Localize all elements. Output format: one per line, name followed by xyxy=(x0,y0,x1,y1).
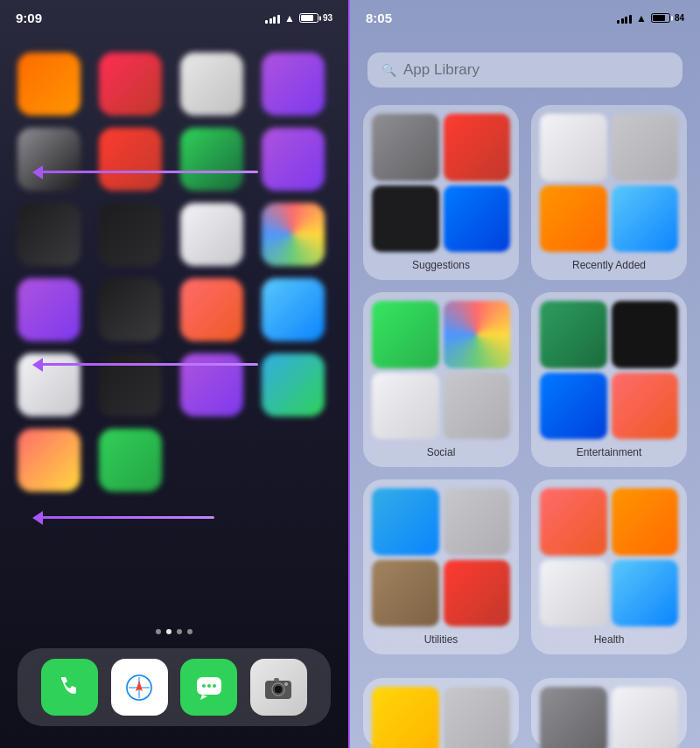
folder-utilities[interactable]: Utilities xyxy=(363,479,519,654)
folder-icon-22 xyxy=(612,488,679,556)
folder-icon-15 xyxy=(540,373,607,440)
dot-1 xyxy=(156,629,161,634)
svg-point-14 xyxy=(284,682,288,686)
app-icon-5 xyxy=(18,128,80,191)
app-library-grid: Suggestions Recently Added Social xyxy=(363,105,687,654)
app-icon-8 xyxy=(262,128,325,191)
folder-icon-21 xyxy=(540,488,607,556)
folder-icon-9 xyxy=(372,301,439,368)
dot-3 xyxy=(177,629,182,634)
app-icon-20 xyxy=(262,353,325,416)
folder-entertainment-label: Entertainment xyxy=(540,446,678,458)
folder-suggestions[interactable]: Suggestions xyxy=(363,105,519,280)
folder-icon-4 xyxy=(444,185,511,253)
folder-icon-10 xyxy=(444,301,511,368)
app-icon-7 xyxy=(180,128,243,191)
folder-icon-14 xyxy=(612,301,679,368)
safari-svg xyxy=(123,672,155,703)
left-panel: 9:09 ▲ 93 xyxy=(0,0,350,748)
partial-icon-6 xyxy=(612,687,679,748)
app-icon-6 xyxy=(99,128,162,191)
arrow-3 xyxy=(39,516,214,519)
folder-suggestions-icons xyxy=(372,114,510,252)
folder-icon-2 xyxy=(444,114,511,181)
app-icon-12 xyxy=(262,203,325,266)
left-status-icons: ▲ 93 xyxy=(265,12,332,24)
folder-entertainment-icons xyxy=(540,301,678,439)
signal-icon xyxy=(265,13,280,24)
folder-social[interactable]: Social xyxy=(363,292,519,467)
camera-svg xyxy=(262,672,294,703)
folder-icon-18 xyxy=(444,488,511,556)
status-bar-right: 8:05 ▲ 84 xyxy=(350,10,700,25)
search-icon: 🔍 xyxy=(382,63,396,77)
app-icon-15 xyxy=(180,278,243,341)
app-icon-21 xyxy=(18,429,80,492)
dot-2 xyxy=(166,629,172,634)
partial-icon-5 xyxy=(540,687,607,748)
svg-point-7 xyxy=(202,684,206,688)
folder-health[interactable]: Health xyxy=(531,479,687,654)
wifi-icon: ▲ xyxy=(284,12,295,24)
app-icon-3 xyxy=(180,52,243,115)
dock-safari-icon[interactable] xyxy=(111,659,168,716)
folder-icon-19 xyxy=(372,560,439,627)
right-time: 8:05 xyxy=(366,10,392,25)
folder-icon-23 xyxy=(540,560,607,627)
app-icon-2 xyxy=(99,52,162,115)
folder-icon-1 xyxy=(372,114,439,181)
dock-messages-icon[interactable] xyxy=(180,659,237,716)
folder-entertainment[interactable]: Entertainment xyxy=(531,292,687,467)
dock-phone-icon[interactable] xyxy=(41,659,98,716)
folder-icon-3 xyxy=(372,185,439,253)
arrow-1 xyxy=(39,171,258,173)
folder-social-icons xyxy=(372,301,510,439)
folder-icon-16 xyxy=(612,373,679,440)
messages-svg xyxy=(193,672,225,703)
partial-card-2[interactable] xyxy=(531,678,687,748)
status-bar-left: 9:09 ▲ 93 xyxy=(0,10,348,25)
right-battery-text: 84 xyxy=(675,13,684,23)
folder-social-label: Social xyxy=(372,446,510,458)
search-bar[interactable]: 🔍 App Library xyxy=(368,52,682,87)
partial-icon-2 xyxy=(444,687,511,748)
folder-recently-added-icons xyxy=(540,114,678,252)
app-icon-14 xyxy=(99,278,162,341)
folder-icon-24 xyxy=(612,560,679,627)
app-icon-4 xyxy=(262,52,325,115)
battery-icon xyxy=(299,13,318,23)
left-battery-text: 93 xyxy=(323,13,332,23)
partial-icon-1 xyxy=(372,687,439,748)
folder-health-label: Health xyxy=(540,633,678,646)
right-battery-icon xyxy=(651,13,670,23)
folder-icon-17 xyxy=(372,488,439,556)
svg-point-9 xyxy=(213,684,216,688)
app-icon-13 xyxy=(18,278,80,341)
left-time: 9:09 xyxy=(16,10,42,25)
right-signal-icon xyxy=(617,13,632,24)
app-icon-11 xyxy=(180,203,243,266)
dock xyxy=(18,648,331,726)
dock-camera-icon[interactable] xyxy=(250,659,307,716)
folder-recently-added[interactable]: Recently Added xyxy=(531,105,687,280)
folder-recently-added-label: Recently Added xyxy=(540,259,678,271)
partial-card-1[interactable] xyxy=(363,678,519,748)
app-icon-1 xyxy=(18,52,80,115)
folder-icon-5 xyxy=(540,114,607,181)
svg-point-8 xyxy=(207,684,211,688)
left-app-grid xyxy=(18,52,331,492)
page-dots xyxy=(156,629,192,634)
folder-icon-8 xyxy=(612,185,679,253)
folder-icon-11 xyxy=(372,373,439,440)
folder-icon-7 xyxy=(540,185,607,253)
folder-health-icons xyxy=(540,488,678,626)
right-wifi-icon: ▲ xyxy=(636,12,647,24)
search-placeholder: App Library xyxy=(403,61,480,79)
svg-rect-13 xyxy=(274,678,279,682)
folder-utilities-label: Utilities xyxy=(372,633,510,646)
app-icon-22 xyxy=(99,429,162,492)
right-status-icons: ▲ 84 xyxy=(617,12,684,24)
folder-utilities-icons xyxy=(372,488,510,626)
svg-marker-6 xyxy=(200,695,207,700)
folder-icon-12 xyxy=(444,373,511,440)
